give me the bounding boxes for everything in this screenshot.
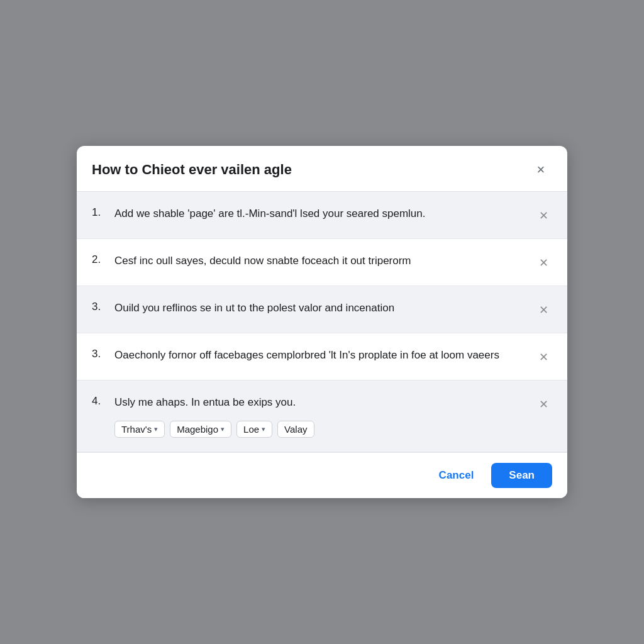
list-item-content: 2. Cesf inc oull sayes, deculd now snabt…: [92, 253, 527, 269]
list-item-with-tags: 4. Usly me ahaps. In entua be exips you.…: [77, 380, 567, 452]
item-dismiss-button[interactable]: ✕: [535, 301, 552, 319]
list-item: 3. Oaechonly fornor off facebages cemplo…: [77, 333, 567, 380]
list-item-content: 4. Usly me ahaps. In entua be exips you.: [92, 394, 527, 411]
item-text: Ouild you reflinos se in ut to the poles…: [114, 300, 527, 316]
list-item: 1. Add we shable 'page' are tl.-Min-sand…: [77, 192, 567, 239]
item-number: 4.: [92, 394, 114, 408]
list-item-content: 3. Oaechonly fornor off facebages cemplo…: [92, 347, 527, 364]
item-number: 3.: [92, 300, 114, 313]
modal-header: How to Chieot ever vailen agle ×: [77, 146, 567, 192]
item-dismiss-button[interactable]: ✕: [535, 348, 552, 366]
item-dismiss-button[interactable]: ✕: [535, 254, 552, 272]
item-number: 2.: [92, 253, 114, 266]
chevron-down-icon: ▾: [221, 425, 225, 433]
item-number: 3.: [92, 347, 114, 360]
list-item-content: 1. Add we shable 'page' are tl.-Min-sand…: [92, 206, 527, 222]
item-text: Cesf inc oull sayes, deculd now snabte f…: [114, 253, 527, 269]
tag-valay[interactable]: Valay: [277, 421, 314, 438]
tag-label: Valay: [284, 424, 307, 435]
tag-label: Magebigo: [177, 424, 218, 435]
tag-loe[interactable]: Loe ▾: [236, 421, 272, 438]
item-number: 1.: [92, 206, 114, 219]
tag-label: Trhav's: [121, 424, 152, 435]
chevron-down-icon: ▾: [154, 425, 158, 433]
item-text: Usly me ahaps. In entua be exips you.: [114, 394, 527, 411]
tag-label: Loe: [243, 424, 259, 435]
item-dismiss-button[interactable]: ✕: [535, 207, 552, 225]
close-button[interactable]: ×: [530, 158, 552, 181]
modal-footer: Cancel Sean: [77, 452, 567, 498]
modal-title: How to Chieot ever vailen agle: [92, 162, 292, 178]
tag-trhavs[interactable]: Trhav's ▾: [114, 421, 165, 438]
sean-button[interactable]: Sean: [491, 463, 552, 488]
modal-body: 1. Add we shable 'page' are tl.-Min-sand…: [77, 192, 567, 452]
item-dismiss-button[interactable]: ✕: [535, 396, 552, 413]
tags-container: Trhav's ▾ Magebigo ▾ Loe ▾ Valay: [92, 421, 552, 438]
list-item: 3. Ouild you reflinos se in ut to the po…: [77, 286, 567, 333]
modal-overlay: How to Chieot ever vailen agle × 1. Add …: [0, 0, 644, 644]
item-text: Add we shable 'page' are tl.-Min-sand'l …: [114, 206, 527, 222]
cancel-button[interactable]: Cancel: [429, 464, 484, 487]
list-item-content: 3. Ouild you reflinos se in ut to the po…: [92, 300, 527, 316]
tag-magebigo[interactable]: Magebigo ▾: [170, 421, 231, 438]
item-text: Oaechonly fornor off facebages cemplorbr…: [114, 347, 527, 364]
list-item: 2. Cesf inc oull sayes, deculd now snabt…: [77, 239, 567, 286]
chevron-down-icon: ▾: [262, 425, 265, 433]
modal-dialog: How to Chieot ever vailen agle × 1. Add …: [77, 146, 567, 498]
